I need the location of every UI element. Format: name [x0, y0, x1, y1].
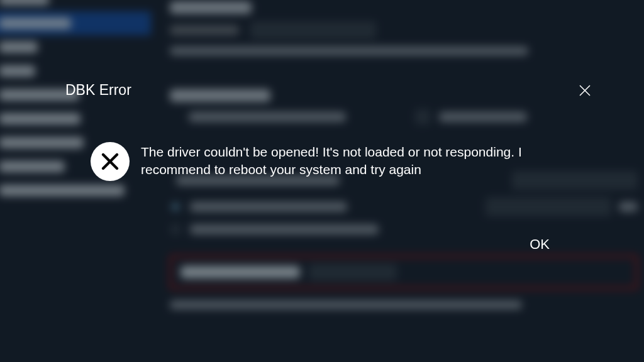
- ok-button[interactable]: OK: [523, 233, 556, 256]
- dialog-close-button[interactable]: [575, 80, 595, 101]
- close-icon: [579, 84, 591, 97]
- dialog-message: The driver couldn't be opened! It's not …: [141, 143, 587, 179]
- dialog-title: DBK Error: [65, 82, 131, 99]
- error-icon: [91, 142, 130, 181]
- error-dialog: DBK Error The driver couldn't be opened!…: [0, 0, 644, 362]
